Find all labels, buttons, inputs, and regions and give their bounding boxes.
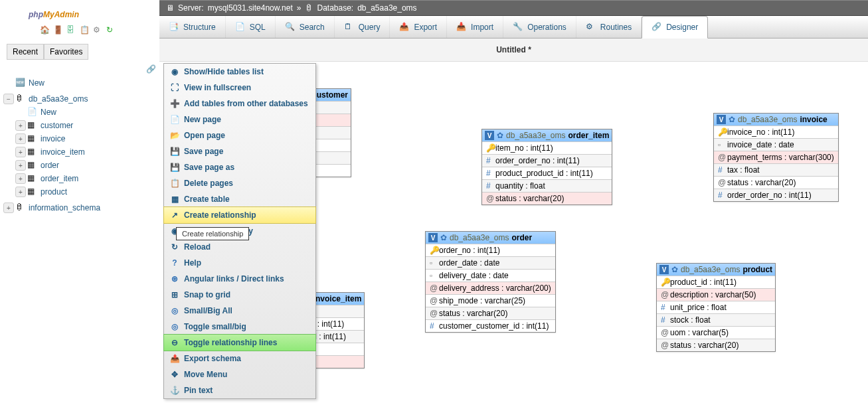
logout-icon[interactable]: 🚪 <box>53 25 64 36</box>
expand-icon[interactable]: + <box>15 187 26 197</box>
table-column[interactable]: #unit_price : float <box>657 301 775 313</box>
table-header[interactable]: V ✿ db_a5aa3e_oms invoice <box>714 114 838 125</box>
ctx-add-tables[interactable]: ➕Add tables from other databases <box>164 96 315 112</box>
tree-table-invoice[interactable]: +▦invoice <box>3 132 156 145</box>
collapse-icon[interactable]: − <box>3 94 14 104</box>
designer-table-invoice[interactable]: V ✿ db_a5aa3e_oms invoice 🔑invoice_no : … <box>713 113 839 202</box>
table-column[interactable]: #tax : float <box>714 163 838 176</box>
db-link[interactable]: db_a5aa3e_oms <box>357 3 416 13</box>
toggle-icon[interactable]: V <box>428 233 438 242</box>
tab-query[interactable]: 🗒Query <box>335 16 391 38</box>
table-column[interactable]: ▫invoice_date : date <box>714 138 838 151</box>
tab-search[interactable]: 🔍Search <box>276 16 335 38</box>
ctx-new-page[interactable]: 📄New page <box>164 112 315 127</box>
ctx-delete-pages[interactable]: 📋Delete pages <box>164 175 315 191</box>
ctx-save-page[interactable]: 💾Save page <box>164 143 315 159</box>
table-column[interactable]: #order_order_no : int(11) <box>482 154 612 167</box>
ctx-angular-links[interactable]: ⊛Angular links / Direct links <box>164 271 315 287</box>
ctx-show-hide-tables[interactable]: ◉Show/Hide tables list <box>164 64 315 80</box>
table-header[interactable]: V ✿ db_a5aa3e_oms product <box>657 264 775 276</box>
ctx-reload[interactable]: ↻Reload <box>164 239 315 255</box>
table-header[interactable]: V ✿ db_a5aa3e_oms order_item <box>482 129 612 141</box>
expand-icon[interactable]: + <box>15 147 26 157</box>
ctx-create-relationship[interactable]: ↗Create relationship <box>163 206 316 224</box>
designer-table-product[interactable]: V ✿ db_a5aa3e_oms product 🔑product_id : … <box>656 263 776 352</box>
sql-icon: 📄 <box>235 22 246 33</box>
toggle-icon[interactable]: V <box>659 265 669 274</box>
tree-table-product[interactable]: +▦product <box>3 185 156 199</box>
gear-icon[interactable]: ⚙ <box>93 25 104 36</box>
refresh-icon[interactable]: ↻ <box>106 25 117 36</box>
table-header[interactable]: V ✿ db_a5aa3e_oms order <box>426 232 555 244</box>
ctx-save-page-as[interactable]: 💾Save page as <box>164 159 315 175</box>
favorites-button[interactable]: Favorites <box>44 44 88 60</box>
docs-icon[interactable]: 📋 <box>80 25 90 36</box>
ctx-toggle-rel-lines[interactable]: ⊖Toggle relationship lines <box>163 334 316 351</box>
toggle-icon[interactable]: V <box>717 115 726 124</box>
table-column[interactable]: #product_product_id : int(11) <box>482 167 612 179</box>
gear-icon[interactable]: ✿ <box>671 265 678 274</box>
pma-logo[interactable]: phpMyAdmin <box>29 1 79 22</box>
ctx-small-big-all[interactable]: ◎Small/Big All <box>164 303 315 319</box>
ctx-move-menu[interactable]: ✥Move Menu <box>164 366 315 382</box>
table-column[interactable]: #order_order_no : int(11) <box>714 189 838 201</box>
tree-table-invoice-item[interactable]: +▦invoice_item <box>3 145 156 159</box>
table-column[interactable]: #customer_customer_id : int(11) <box>426 319 555 332</box>
ctx-snap-grid[interactable]: ⊞Snap to grid <box>164 287 315 303</box>
tree-db-oms[interactable]: −🛢db_a5aa3e_oms <box>3 92 156 106</box>
expand-icon[interactable]: + <box>3 202 14 213</box>
table-column[interactable]: ▫delivery_date : date <box>426 269 555 282</box>
table-column[interactable]: @ship_mode : varchar(25) <box>426 294 555 307</box>
ctx-help[interactable]: ?Help <box>164 255 315 271</box>
table-column[interactable]: 🔑invoice_no : int(11) <box>714 125 838 138</box>
tab-export[interactable]: 📤Export <box>390 16 447 38</box>
table-column[interactable]: ▫order_date : date <box>426 256 555 269</box>
tree-table-customer[interactable]: +▦customer <box>3 119 156 132</box>
table-column[interactable]: 🔑order_no : int(11) <box>426 244 555 256</box>
tree-new[interactable]: 🆕New <box>3 76 156 90</box>
designer-table-order-item[interactable]: V ✿ db_a5aa3e_oms order_item 🔑item_no : … <box>481 129 612 205</box>
table-column[interactable]: @status : varchar(20) <box>482 192 612 204</box>
gear-icon[interactable]: ✿ <box>440 233 447 242</box>
table-column[interactable]: #quantity : float <box>482 179 612 192</box>
expand-icon[interactable]: + <box>15 173 26 184</box>
server-link[interactable]: mysql5031.site4now.net <box>208 3 293 13</box>
ctx-create-table[interactable]: ▦Create table <box>164 191 315 207</box>
table-column[interactable]: @status : varchar(20) <box>657 339 775 351</box>
tree-table-order[interactable]: +▦order <box>3 159 156 172</box>
gear-icon[interactable]: ✿ <box>729 115 735 124</box>
tree-db-info-schema[interactable]: +🛢information_schema <box>3 201 156 214</box>
table-column[interactable]: @status : varchar(20) <box>426 307 555 319</box>
expand-icon[interactable]: + <box>15 120 26 131</box>
ctx-toggle-small-big[interactable]: ◎Toggle small/big <box>164 319 315 335</box>
ctx-pin-text[interactable]: ⚓Pin text <box>164 382 315 398</box>
ctx-export-schema[interactable]: 📤Export schema <box>164 351 315 366</box>
sql-icon[interactable]: 🗄 <box>66 25 77 36</box>
table-column[interactable]: @status : varchar(20) <box>714 176 838 189</box>
table-column[interactable]: 🔑product_id : int(11) <box>657 276 775 288</box>
tab-sql[interactable]: 📄SQL <box>226 16 276 38</box>
toggle-icon[interactable]: V <box>485 131 494 140</box>
designer-table-order[interactable]: V ✿ db_a5aa3e_oms order 🔑order_no : int(… <box>425 231 556 333</box>
link-icon[interactable]: 🔗 <box>146 64 156 74</box>
table-column[interactable]: 🔑item_no : int(11) <box>482 141 612 154</box>
tab-designer[interactable]: 🔗Designer <box>642 16 708 39</box>
table-column[interactable]: @payment_terms : varchar(300) <box>714 151 838 163</box>
table-column[interactable]: @delivery_address : varchar(200) <box>426 282 555 294</box>
ctx-open-page[interactable]: 📂Open page <box>164 127 315 143</box>
tab-routines[interactable]: ⚙Routines <box>576 16 642 38</box>
tab-import[interactable]: 📥Import <box>447 16 503 38</box>
tab-operations[interactable]: 🔧Operations <box>503 16 576 38</box>
recent-button[interactable]: Recent <box>7 44 44 60</box>
expand-icon[interactable]: + <box>15 160 26 171</box>
expand-icon[interactable]: + <box>15 133 26 144</box>
gear-icon[interactable]: ✿ <box>497 131 503 140</box>
ctx-fullscreen[interactable]: ⛶View in fullscreen <box>164 80 315 96</box>
tab-structure[interactable]: 📑Structure <box>159 16 226 38</box>
tree-table-order-item[interactable]: +▦order_item <box>3 172 156 185</box>
tree-db-new[interactable]: 📄New <box>3 106 156 119</box>
home-icon[interactable]: 🏠 <box>40 25 50 36</box>
table-column[interactable]: @uom : varchar(5) <box>657 326 775 339</box>
table-column[interactable]: @description : varchar(50) <box>657 288 775 301</box>
table-column[interactable]: #stock : float <box>657 313 775 326</box>
